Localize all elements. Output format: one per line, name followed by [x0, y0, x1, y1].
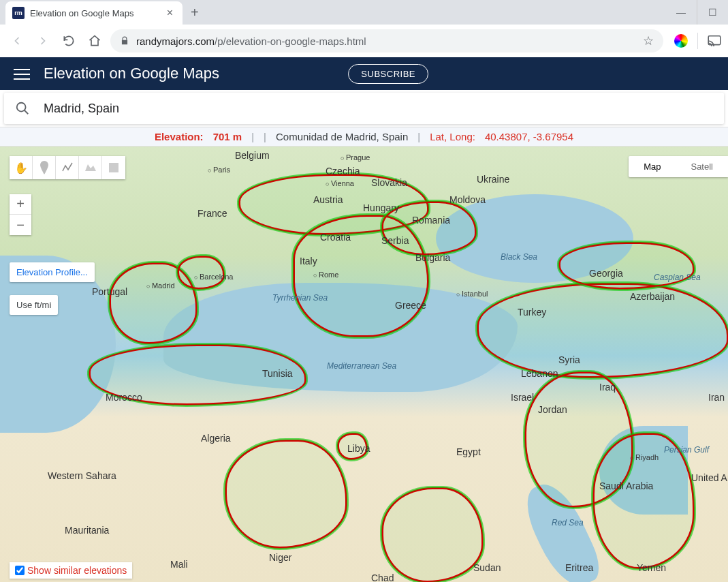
label-tunisia: Tunisia	[262, 368, 293, 379]
label-hungary: Hungary	[363, 202, 399, 213]
label-rome: Rome	[313, 271, 338, 279]
divider: |	[264, 131, 266, 142]
subscribe-button[interactable]: SUBSCRIBE	[348, 64, 428, 84]
divider: |	[417, 131, 420, 142]
label-redsea: Red Sea	[552, 518, 584, 527]
forward-button[interactable]	[33, 31, 53, 51]
pan-tool-icon[interactable]: ✋	[10, 156, 33, 179]
label-niger: Niger	[269, 552, 291, 563]
label-eritrea: Eritrea	[565, 562, 593, 573]
map-type-satellite[interactable]: Satell	[676, 156, 728, 177]
line-tool-icon[interactable]	[56, 156, 79, 179]
label-israel: Israel	[511, 392, 534, 403]
latlong-value: 40.43807, -3.67954	[485, 131, 573, 142]
zoom-in-button[interactable]: +	[10, 194, 31, 215]
units-toggle-button[interactable]: Use ft/mi	[10, 295, 58, 315]
divider	[697, 33, 698, 49]
menu-icon[interactable]	[14, 65, 30, 82]
label-chad: Chad	[371, 572, 394, 582]
elevation-value: 701 m	[213, 131, 242, 142]
label-paris: Paris	[208, 166, 230, 174]
contour-sahara2	[381, 487, 484, 582]
label-lebanon: Lebanon	[521, 368, 558, 379]
label-ukraine: Ukraine	[477, 174, 509, 185]
region-text: Comunidad de Madrid, Spain	[276, 131, 408, 142]
label-azerbaijan: Azerbaijan	[630, 291, 675, 302]
rect-tool-icon[interactable]	[102, 156, 125, 179]
contour-caucasus	[558, 242, 695, 290]
label-yemen: Yemen	[637, 562, 666, 573]
label-croatia: Croatia	[320, 232, 351, 243]
label-tyrrhenian: Tyrrhenian Sea	[272, 293, 328, 303]
browser-chrome: rm Elevation on Google Maps × + — ☐ rand…	[0, 0, 728, 57]
contour-sahara1	[225, 440, 347, 549]
label-caspian: Caspian Sea	[654, 273, 701, 282]
marker-tool-icon[interactable]	[33, 156, 56, 179]
label-portugal: Portugal	[92, 286, 127, 297]
lock-icon	[120, 36, 129, 46]
label-mali: Mali	[170, 559, 188, 570]
browser-tab[interactable]: rm Elevation on Google Maps ×	[5, 1, 183, 25]
extension-icon[interactable]	[674, 34, 688, 48]
label-serbia: Serbia	[381, 235, 409, 246]
new-tab-button[interactable]: +	[183, 5, 207, 20]
show-similar-checkbox[interactable]: Show similar elevations	[10, 562, 132, 579]
shape-tool-icon[interactable]	[79, 156, 102, 179]
label-iran: Iran	[708, 392, 725, 403]
label-persiangulf: Persian Gulf	[664, 445, 709, 455]
zoom-controls: + −	[10, 194, 31, 235]
map-type-switch: Map Satell	[629, 156, 728, 177]
divider: |	[251, 131, 254, 142]
label-moldova: Moldova	[449, 194, 486, 205]
label-vienna: Vienna	[326, 179, 354, 187]
label-jordan: Jordan	[538, 404, 567, 415]
home-button[interactable]	[84, 31, 105, 51]
url-text: randymajors.com/p/elevation-on-google-ma…	[136, 35, 366, 47]
address-bar[interactable]: randymajors.com/p/elevation-on-google-ma…	[110, 29, 663, 52]
elevation-label: Elevation:	[155, 131, 204, 142]
label-blacksea: Black Sea	[501, 252, 537, 262]
window-controls: — ☐	[665, 0, 728, 25]
show-similar-label[interactable]: Show similar elevations	[27, 565, 127, 576]
map-type-map[interactable]: Map	[629, 156, 676, 177]
map-canvas[interactable]: France Portugal Madrid Barcelona Italy R…	[0, 147, 728, 582]
search-input[interactable]	[44, 102, 713, 116]
show-similar-input[interactable]	[15, 566, 25, 575]
tab-title: Elevation on Google Maps	[30, 8, 164, 18]
cast-icon[interactable]	[708, 35, 721, 46]
zoom-out-button[interactable]: −	[10, 215, 31, 235]
bookmark-icon[interactable]: ☆	[643, 33, 654, 48]
label-morocco: Morocco	[106, 392, 142, 403]
label-barcelona: Barcelona	[194, 273, 233, 281]
atlantic	[0, 256, 116, 433]
label-turkey: Turkey	[518, 307, 546, 318]
label-georgia: Georgia	[589, 268, 623, 279]
minimize-button[interactable]: —	[665, 0, 697, 25]
label-austria: Austria	[313, 194, 343, 205]
search-box[interactable]	[4, 93, 724, 124]
contour-anatolia	[477, 283, 728, 378]
label-prague: Prague	[341, 153, 370, 162]
toolbar: randymajors.com/p/elevation-on-google-ma…	[0, 25, 728, 57]
page-title: Elevation on Google Maps	[44, 65, 219, 82]
reload-button[interactable]	[59, 31, 79, 51]
close-tab-icon[interactable]: ×	[164, 7, 176, 19]
label-italy: Italy	[300, 256, 317, 266]
search-wrap	[0, 90, 728, 127]
info-bar: Elevation: 701 m | | Comunidad de Madrid…	[0, 127, 728, 147]
map-tools: ✋	[10, 156, 125, 179]
maximize-button[interactable]: ☐	[697, 0, 728, 25]
elevation-profile-button[interactable]: Elevation Profile...	[10, 262, 95, 282]
label-france: France	[197, 208, 227, 219]
back-button[interactable]	[7, 31, 27, 51]
tab-strip: rm Elevation on Google Maps × + — ☐	[0, 0, 728, 25]
label-egypt: Egypt	[456, 446, 481, 457]
label-istanbul: Istanbul	[456, 290, 488, 298]
svg-rect-2	[109, 163, 118, 172]
label-wsahara: Western Sahara	[48, 470, 116, 481]
label-bulgaria: Bulgaria	[415, 252, 450, 263]
favicon: rm	[12, 7, 25, 19]
label-czechia: Czechia	[326, 166, 360, 177]
search-icon	[15, 101, 30, 116]
label-algeria: Algeria	[201, 433, 231, 444]
